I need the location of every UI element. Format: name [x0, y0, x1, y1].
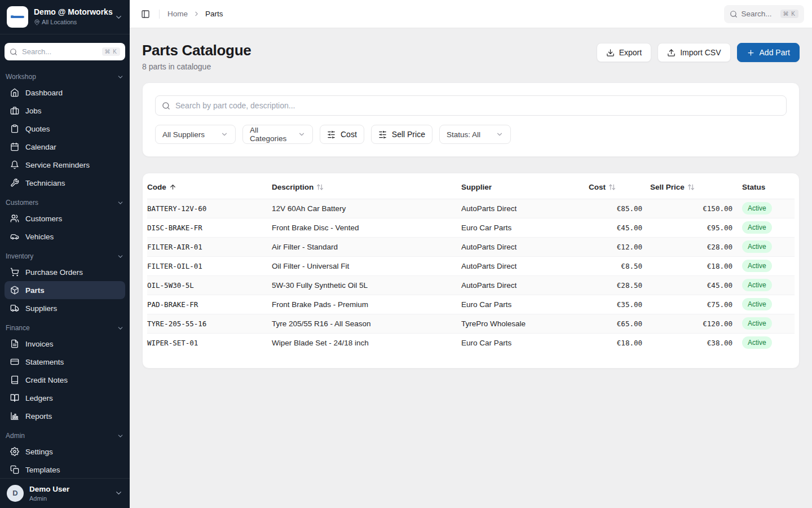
sidebar-item-service-reminders[interactable]: Service Reminders [5, 156, 125, 174]
table-row-tyre-205-55-16[interactable]: TYRE-205-55-16Tyre 205/55 R16 - All Seas… [147, 314, 795, 333]
sidebar-item-invoices[interactable]: Invoices [5, 335, 125, 353]
org-switcher[interactable]: Demo @ Motorworks All Locations [0, 0, 130, 34]
sidebar-item-suppliers[interactable]: Suppliers [5, 299, 125, 317]
sidebar-item-settings[interactable]: Settings [5, 443, 125, 461]
chevron-down-icon [213, 130, 228, 138]
import-csv-button[interactable]: Import CSV [657, 43, 730, 62]
part-description: 12V 60Ah Car Battery [272, 199, 461, 218]
sidebar-nav: WorkshopDashboardJobsQuotesCalendarServi… [0, 63, 130, 478]
table-row-battery-12v-60[interactable]: BATTERY-12V-6012V 60Ah Car BatteryAutoPa… [147, 199, 795, 218]
export-button[interactable]: Export [597, 43, 651, 62]
table-row-filter-air-01[interactable]: FILTER-AIR-01Air Filter - StandardAutoPa… [147, 237, 795, 256]
sidebar-search-input[interactable]: Search... ⌘ K [5, 43, 125, 60]
part-status: Active [732, 256, 795, 275]
sliders-icon [327, 130, 336, 139]
sidebar-section-label[interactable]: Customers [5, 197, 125, 209]
column-header-code[interactable]: Code [147, 176, 272, 199]
sidebar-item-vehicles[interactable]: Vehicles [5, 227, 125, 246]
chevron-down-icon [290, 130, 306, 138]
sidebar-item-jobs[interactable]: Jobs [5, 102, 125, 120]
calendar-icon [10, 142, 19, 151]
user-menu[interactable]: D Demo User Admin [0, 478, 130, 508]
table-row-pad-brake-fr[interactable]: PAD-BRAKE-FRFront Brake Pads - PremiumEu… [147, 295, 795, 314]
part-status: Active [732, 333, 795, 352]
part-supplier: Euro Car Parts [461, 295, 589, 314]
global-search-shortcut: ⌘ K [780, 10, 798, 18]
users-icon [10, 214, 19, 223]
status-badge: Active [742, 298, 772, 310]
table-row-wiper-set-01[interactable]: WIPER-SET-01Wiper Blade Set - 24/18 inch… [147, 333, 795, 352]
sidebar-section-label[interactable]: Workshop [5, 71, 125, 84]
truck-icon [10, 304, 19, 313]
breadcrumb-current: Parts [205, 10, 223, 18]
sidebar-item-technicians[interactable]: Technicians [5, 174, 125, 192]
sidebar-item-dashboard[interactable]: Dashboard [5, 84, 125, 102]
sidebar-item-customers[interactable]: Customers [5, 209, 125, 227]
part-description: Front Brake Disc - Vented [272, 218, 461, 237]
sidebar-item-statements[interactable]: Statements [5, 353, 125, 371]
sidebar-item-calendar[interactable]: Calendar [5, 138, 125, 156]
part-cost: €45.00 [589, 218, 642, 237]
part-description: Front Brake Pads - Premium [272, 295, 461, 314]
filter-card: Search by part code, description... All … [142, 82, 800, 157]
part-code: DISC-BRAKE-FR [147, 218, 272, 237]
global-search-button[interactable]: Search... ⌘ K [724, 5, 804, 23]
chevron-down-icon [117, 253, 124, 260]
sort-icon [687, 183, 695, 191]
status-badge: Active [742, 260, 772, 272]
table-body: BATTERY-12V-6012V 60Ah Car BatteryAutoPa… [147, 199, 795, 352]
panel-left-icon [141, 10, 150, 19]
chevron-down-icon [488, 130, 504, 138]
sidebar-section-customers: CustomersCustomersVehicles [5, 197, 125, 246]
sidebar-section-label[interactable]: Inventory [5, 251, 125, 263]
column-header-cost[interactable]: Cost [589, 176, 642, 199]
sidebar-section-label[interactable]: Admin [5, 430, 125, 443]
sidebar-toggle-button[interactable] [138, 6, 153, 22]
sidebar-item-quotes[interactable]: Quotes [5, 120, 125, 138]
download-icon [606, 49, 615, 57]
column-header-description[interactable]: Description [272, 176, 461, 199]
status-badge: Active [742, 221, 772, 234]
credit-card-icon [10, 357, 19, 366]
page-title: Parts Catalogue [142, 42, 251, 59]
copy-icon [10, 465, 19, 474]
table-row-filter-oil-01[interactable]: FILTER-OIL-01Oil Filter - Universal FitA… [147, 256, 795, 275]
supplier-filter-dropdown[interactable]: All Suppliers [155, 125, 236, 144]
sidebar-item-parts[interactable]: Parts [5, 281, 125, 299]
category-filter-dropdown[interactable]: All Categories [242, 125, 313, 144]
part-status: Active [732, 218, 795, 237]
table-row-oil-5w30-5l[interactable]: OIL-5W30-5L5W-30 Fully Synthetic Oil 5LA… [147, 275, 795, 295]
main-area: Home Parts Search... ⌘ K Parts Catalogue… [130, 0, 812, 508]
briefcase-icon [10, 106, 19, 115]
part-cost: €28.50 [589, 275, 642, 295]
status-filter-dropdown[interactable]: Status: All [439, 125, 511, 144]
sidebar-item-reports[interactable]: Reports [5, 407, 125, 425]
part-cost: €85.00 [589, 199, 642, 218]
sort-icon [316, 183, 324, 191]
table-row-disc-brake-fr[interactable]: DISC-BRAKE-FRFront Brake Disc - VentedEu… [147, 218, 795, 237]
sidebar-item-templates[interactable]: Templates [5, 461, 125, 478]
part-code: TYRE-205-55-16 [147, 314, 272, 333]
part-status: Active [732, 237, 795, 256]
column-header-sell-price[interactable]: Sell Price [642, 176, 732, 199]
sidebar-item-purchase-orders[interactable]: Purchase Orders [5, 263, 125, 281]
add-part-button[interactable]: Add Part [737, 43, 800, 62]
part-supplier: TyrePro Wholesale [461, 314, 589, 333]
part-cost: €65.00 [589, 314, 642, 333]
sell-price-filter-button[interactable]: Sell Price [371, 125, 433, 144]
sidebar-item-ledgers[interactable]: Ledgers [5, 389, 125, 407]
part-cost: €12.00 [589, 237, 642, 256]
part-sell-price: €150.00 [642, 199, 732, 218]
filter-row: All Suppliers All Categories Cost Sell P… [155, 125, 787, 144]
topbar: Home Parts Search... ⌘ K [130, 0, 812, 28]
part-sell-price: €95.00 [642, 218, 732, 237]
sidebar-item-credit-notes[interactable]: Credit Notes [5, 371, 125, 389]
parts-search-input[interactable]: Search by part code, description... [155, 95, 787, 116]
search-icon [10, 48, 17, 56]
chevron-down-icon [114, 13, 123, 21]
sidebar-section-label[interactable]: Finance [5, 322, 125, 335]
part-code: FILTER-OIL-01 [147, 256, 272, 275]
part-description: Air Filter - Standard [272, 237, 461, 256]
breadcrumb-home[interactable]: Home [167, 10, 188, 18]
cost-filter-button[interactable]: Cost [320, 125, 364, 144]
